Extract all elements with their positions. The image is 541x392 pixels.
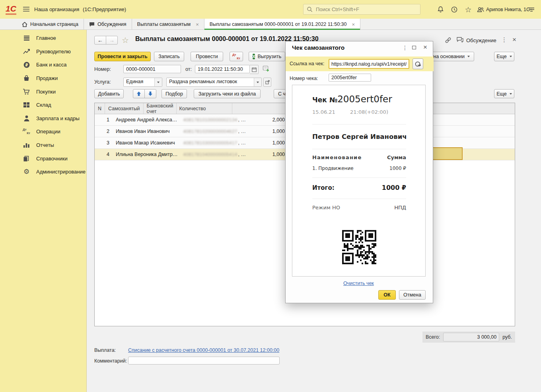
chevron-down-icon[interactable] <box>254 78 261 86</box>
more-dots-icon[interactable]: ⋮ <box>501 36 507 43</box>
receipt-preview: Чек №2005ert0fer 15.06.21 21:08(+02:00) … <box>292 85 426 277</box>
more-button-table[interactable]: Еще <box>494 89 514 98</box>
app-name: (1С:Предприятие) <box>83 6 126 12</box>
set-time-icon[interactable] <box>263 65 270 72</box>
export-button[interactable]: X Выгрузить <box>249 52 285 61</box>
comment-input[interactable] <box>128 357 280 365</box>
search-icon <box>307 6 313 12</box>
tab-home[interactable]: Начальная страница <box>17 19 84 30</box>
close-tab-icon[interactable]: × <box>352 21 355 27</box>
open-link-icon[interactable] <box>413 59 423 69</box>
col-n[interactable]: N <box>95 103 105 114</box>
search-input[interactable] <box>315 6 417 13</box>
calendar-icon[interactable] <box>250 65 259 74</box>
menu-lines-icon <box>23 34 30 42</box>
favorites-star-icon[interactable]: ☆ <box>464 6 472 14</box>
sidebar-item-sales[interactable]: Продажи <box>0 72 86 85</box>
chevron-down-icon[interactable] <box>154 78 162 86</box>
more-button-top[interactable]: Еще <box>494 52 514 61</box>
post-button[interactable]: Провести <box>191 52 223 61</box>
1c-logo: 1С <box>6 4 16 15</box>
post-and-close-button[interactable]: Провести и закрыть <box>94 52 151 61</box>
discussion-label[interactable]: Обсуждение <box>466 37 496 43</box>
payment-document-link[interactable]: Списание с расчетного счета 0000-000001 … <box>128 347 279 353</box>
col-qty[interactable]: Количество <box>177 103 232 114</box>
back-button[interactable]: ← <box>94 36 106 45</box>
number-input[interactable] <box>123 65 181 73</box>
sidebar-item-references[interactable]: Справочники <box>0 152 86 165</box>
sidebar-item-salary-hr[interactable]: Зарплата и кадры <box>0 112 86 125</box>
receipt-total-sum: 1000 ₽ <box>382 184 406 191</box>
close-form-icon[interactable]: × <box>512 36 516 44</box>
receipt-person: Петров Сергей Иванович <box>312 133 407 140</box>
check-link-label: Ссылка на чек: <box>290 61 324 66</box>
service-label: Услуга: <box>94 79 111 85</box>
dialog-close-icon[interactable]: × <box>423 43 427 51</box>
receipt-tax-mode-label: Режим НО <box>312 205 340 211</box>
receipt-title: Чек №2005ert0fer <box>312 94 392 104</box>
notifications-bell-icon[interactable] <box>436 6 444 14</box>
current-user[interactable]: Арипов Никита, 1С <box>486 7 530 12</box>
ok-button[interactable]: ОК <box>378 290 396 300</box>
cancel-button[interactable]: Отмена <box>399 290 426 300</box>
payment-label: Выплата: <box>94 347 116 353</box>
dt-kt-button[interactable]: ДтКт <box>230 52 243 61</box>
check-link-input[interactable] <box>329 59 409 69</box>
grid-icon <box>23 101 30 109</box>
sidebar-item-manager[interactable]: Руководителю <box>0 45 86 59</box>
sections-panel: Главное Руководителю ₽ Банк и касса Прод… <box>0 30 87 392</box>
service-name-select[interactable]: Раздача рекламных листовок <box>166 78 262 87</box>
dt-kt-icon: ДтКт <box>23 128 30 135</box>
totals-bar: Всего: 3 000,00 руб. <box>422 332 515 343</box>
history-icon[interactable] <box>450 6 458 14</box>
sidebar-item-operations[interactable]: ДтКт Операции <box>0 125 86 138</box>
comment-label: Комментарий: <box>94 358 127 364</box>
date-input[interactable] <box>195 65 250 73</box>
move-down-button[interactable] <box>144 89 156 98</box>
sidebar-item-main[interactable]: Главное <box>0 31 86 45</box>
discussion-bubble-icon[interactable] <box>457 37 463 43</box>
move-up-button[interactable] <box>133 89 145 98</box>
excel-icon: X <box>253 54 255 59</box>
col-person[interactable]: Самозанятый <box>105 103 144 114</box>
open-item-icon[interactable] <box>263 78 271 87</box>
save-button[interactable]: Записать <box>154 52 184 61</box>
sidebar-item-purchases[interactable]: Покупки <box>0 85 86 98</box>
sidebar-item-reports[interactable]: Отчеты <box>0 138 86 152</box>
global-search[interactable] <box>303 4 420 15</box>
receipt-time: 21:08(+02:00) <box>350 109 388 115</box>
forward-button[interactable]: → <box>106 36 118 45</box>
bank-account-blurred: 40817810300000005417, … <box>180 137 260 148</box>
organization-name: Наша организация <box>34 6 79 12</box>
receipt-total-label: Итого: <box>312 184 335 191</box>
pick-button[interactable]: Подбор <box>162 89 187 98</box>
load-checks-button[interactable]: Загрузить чеки из файла <box>194 89 261 98</box>
main-menu-icon[interactable] <box>23 6 30 12</box>
dialog-maximize-icon[interactable] <box>412 46 416 49</box>
dialog-more-icon[interactable]: ⋮ <box>402 45 408 51</box>
sidebar-item-administration[interactable]: ⚙ Администрирование <box>0 165 86 179</box>
tab-payments-list[interactable]: Выплаты самозанятым × <box>132 19 204 30</box>
sidebar-item-warehouse[interactable]: Склад <box>0 98 86 112</box>
top-bar: 1С Наша организация (1С:Предприятие) ☆ А… <box>0 0 541 19</box>
add-row-button[interactable]: Добавить <box>94 89 124 98</box>
favorite-star-icon[interactable]: ☆ <box>122 35 129 45</box>
copy-link-icon[interactable] <box>445 37 451 43</box>
home-icon <box>22 22 27 27</box>
chat-bubble-icon <box>89 22 95 27</box>
check-number-input[interactable] <box>329 74 371 82</box>
receipt-item-sum: 1000 ₽ <box>389 166 406 171</box>
check-dialog: Чек самозанятого ⋮ × Ссылка на чек: Номе… <box>285 41 433 303</box>
service-kind-select[interactable]: Единая <box>123 78 162 87</box>
discussions-users-icon[interactable] <box>477 6 485 14</box>
tab-payment-document[interactable]: Выплаты самозанятым 0000-000001 от 19.01… <box>204 19 360 30</box>
service-menu-icon[interactable] <box>527 6 535 14</box>
sidebar-item-bank-cash[interactable]: ₽ Банк и касса <box>0 58 86 72</box>
check-number-label: Номер чека: <box>290 76 318 81</box>
person-icon <box>23 115 30 122</box>
tab-discussions[interactable]: Обсуждения <box>84 19 132 30</box>
receipt-tax-mode: НПД <box>394 205 406 211</box>
close-tab-icon[interactable]: × <box>196 21 199 27</box>
clear-check-link[interactable]: Очистить чек <box>343 281 374 286</box>
col-bank[interactable]: Банковский счет <box>144 103 177 114</box>
